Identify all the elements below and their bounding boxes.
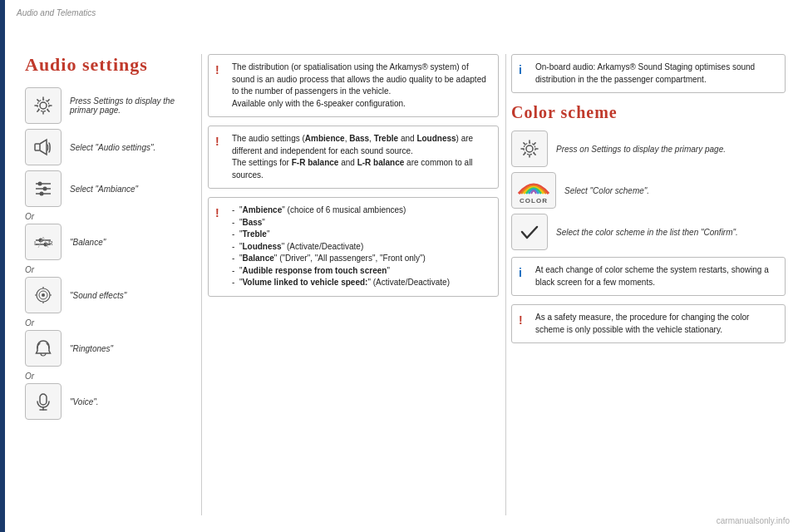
gear-icon xyxy=(32,94,55,117)
info-box-arkamys: i On-board audio: Arkamys® Sound Staging… xyxy=(511,54,786,93)
left-bar xyxy=(0,0,5,532)
list-item-audible: - "Audible response from touch screen" xyxy=(232,265,490,278)
speaker-icon xyxy=(32,135,55,159)
rainbow-icon xyxy=(517,177,550,195)
svg-point-8 xyxy=(40,192,44,196)
balance-icon: L R xyxy=(32,230,55,254)
divider-right xyxy=(505,54,506,515)
ringtone-label: "Ringtones" xyxy=(70,344,113,353)
info-text-arkamys: On-board audio: Arkamys® Sound Staging o… xyxy=(535,62,755,84)
gear-icon-box xyxy=(25,87,62,124)
cs-gear-icon-box xyxy=(511,131,548,167)
cs-confirm-label: Select the color scheme in the list then… xyxy=(556,228,738,237)
cs-color-label: COLOR xyxy=(520,197,548,204)
header-title: Audio and Telematics xyxy=(17,8,96,17)
info-text-audio-settings: The audio settings (Ambience, Bass, Treb… xyxy=(232,134,473,180)
audio-settings-item-voice: "Voice". xyxy=(25,383,191,420)
svg-rect-2 xyxy=(35,144,40,150)
color-scheme-item-settings: Press on Settings to display the primary… xyxy=(511,131,786,167)
equalizer-label: Select "Ambiance" xyxy=(70,185,138,194)
info-box-safety: ! As a safety measure, the procedure for… xyxy=(511,304,786,343)
color-scheme-item-color: COLOR Select "Color scheme". xyxy=(511,172,786,209)
cs-settings-label: Press on Settings to display the primary… xyxy=(556,145,726,154)
audio-settings-column: Audio settings Press Settings to display… xyxy=(25,54,191,425)
color-scheme-column: i On-board audio: Arkamys® Sound Staging… xyxy=(511,54,786,352)
info-text-safety: As a safety measure, the procedure for c… xyxy=(535,313,749,334)
list-item-bass: - "Bass" xyxy=(232,217,490,229)
cs-check-icon-box xyxy=(511,214,548,250)
equalizer-icon xyxy=(32,177,55,200)
effects-label: "Sound effects" xyxy=(70,291,126,300)
ringtone-icon xyxy=(32,337,55,360)
or-label-4: Or xyxy=(25,372,191,381)
audio-settings-item-effects: "Sound effects" xyxy=(25,277,191,313)
svg-point-24 xyxy=(526,145,533,152)
voice-label: "Voice". xyxy=(70,397,99,406)
effects-icon xyxy=(32,283,55,307)
watermark: carmanualsonly.info xyxy=(717,516,790,525)
cs-gear-icon xyxy=(518,137,541,160)
or-label-2: Or xyxy=(25,265,191,274)
voice-icon xyxy=(32,390,55,413)
info-box-distribution: ! The distribution (or spatialisation us… xyxy=(208,54,499,117)
page-header: Audio and Telematics xyxy=(17,8,96,17)
cs-color-select-label: Select "Color scheme". xyxy=(564,186,649,195)
info-text-distribution: The distribution (or spatialisation usin… xyxy=(232,62,486,108)
svg-point-6 xyxy=(38,182,42,186)
info-box-color-change: i At each change of color scheme the sys… xyxy=(511,257,786,296)
ringtone-icon-box xyxy=(25,330,62,367)
or-label-3: Or xyxy=(25,318,191,328)
audio-settings-item-settings: Press Settings to display the primary pa… xyxy=(25,87,191,124)
equalizer-icon-box xyxy=(25,170,62,207)
warn-marker-1: ! xyxy=(215,62,219,78)
warn-marker-safety: ! xyxy=(519,312,523,328)
audio-settings-item-ringtone: "Ringtones" xyxy=(25,330,191,367)
list-item-ambience: - "Ambience" (choice of 6 musical ambien… xyxy=(232,204,490,217)
svg-point-17 xyxy=(42,293,45,297)
audio-settings-item-equalizer: Select "Ambiance" xyxy=(25,170,191,207)
list-item-loudness: - "Loudness" (Activate/Deactivate) xyxy=(232,241,490,254)
info-text-color-change: At each change of color scheme the syste… xyxy=(535,265,769,287)
list-item-treble: - "Treble" xyxy=(232,229,490,241)
list-item-balance: - "Balance" ("Driver", "All passengers",… xyxy=(232,253,490,265)
warn-marker-2: ! xyxy=(215,133,219,150)
effects-icon-box xyxy=(25,277,62,313)
or-label-1: Or xyxy=(25,212,191,221)
speaker-label: Select "Audio settings". xyxy=(70,143,155,152)
audio-settings-item-balance: L R "Balance" xyxy=(25,224,191,260)
divider-left xyxy=(201,54,202,515)
audio-settings-item-speaker: Select "Audio settings". xyxy=(25,129,191,165)
settings-label: Press Settings to display the primary pa… xyxy=(70,96,191,115)
list-item-volume: - "Volume linked to vehicle speed:" (Act… xyxy=(232,277,490,289)
svg-point-7 xyxy=(43,187,47,191)
color-scheme-item-confirm: Select the color scheme in the list then… xyxy=(511,214,786,250)
info-box-audio-settings: ! The audio settings (Ambience, Bass, Tr… xyxy=(208,126,499,189)
checkmark-icon xyxy=(518,220,541,244)
balance-icon-box: L R xyxy=(25,224,62,260)
info-boxes-column: ! The distribution (or spatialisation us… xyxy=(208,54,499,305)
info-box-list: ! - "Ambience" (choice of 6 musical ambi… xyxy=(208,197,499,297)
warn-marker-3: ! xyxy=(215,204,219,221)
info-marker-arkamys: i xyxy=(519,62,522,78)
info-marker-color: i xyxy=(519,264,522,281)
cs-color-icon-box: COLOR xyxy=(511,172,556,209)
voice-icon-box xyxy=(25,383,62,420)
svg-point-0 xyxy=(40,102,47,109)
balance-label: "Balance" xyxy=(70,238,106,247)
speaker-icon-box xyxy=(25,129,62,165)
audio-settings-title: Audio settings xyxy=(25,54,191,76)
color-scheme-title: Color scheme xyxy=(511,103,786,122)
